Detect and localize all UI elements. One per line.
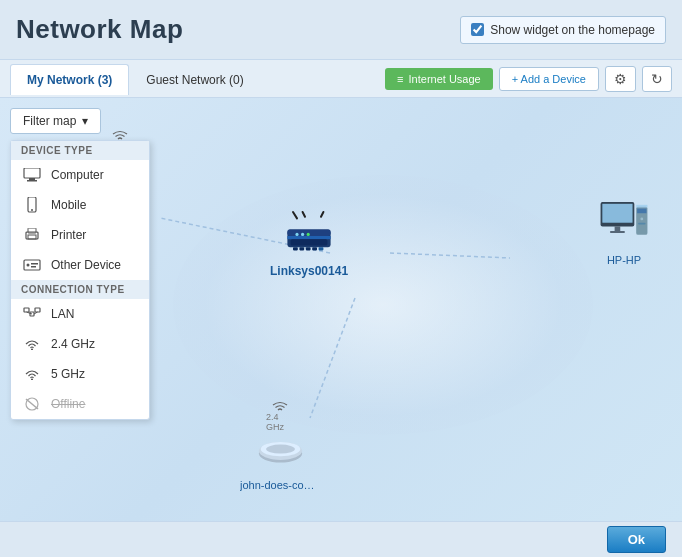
svg-line-26 — [321, 212, 323, 217]
svg-rect-47 — [610, 231, 625, 233]
john-wifi-badge: 2.4 GHz — [266, 401, 294, 432]
hp-node[interactable]: HP-HP — [596, 198, 652, 266]
filter-item-mobile[interactable]: Mobile — [11, 190, 149, 220]
filter-item-computer[interactable]: Computer — [11, 160, 149, 190]
svg-point-32 — [307, 233, 310, 236]
filter-mobile-label: Mobile — [51, 198, 86, 212]
printer-icon — [23, 228, 41, 242]
filter-item-5ghz[interactable]: 5 GHz — [11, 359, 149, 389]
svg-point-56 — [266, 444, 295, 453]
footer: Ok — [0, 521, 682, 557]
svg-rect-51 — [638, 222, 646, 224]
filter-computer-label: Computer — [51, 168, 104, 182]
router-icon — [281, 208, 337, 260]
svg-rect-2 — [27, 180, 37, 182]
filter-printer-label: Printer — [51, 228, 86, 242]
settings-icon-button[interactable]: ⚙ — [605, 66, 636, 92]
tab-actions: ≡ Internet Usage + Add a Device ⚙ ↻ — [385, 66, 672, 92]
svg-rect-10 — [31, 263, 38, 265]
tab-my-network[interactable]: My Network (3) — [10, 64, 129, 95]
wifi-2ghz-icon — [23, 337, 41, 351]
show-widget-checkbox[interactable] — [471, 23, 484, 36]
filter-item-printer[interactable]: Printer — [11, 220, 149, 250]
svg-rect-52 — [636, 204, 647, 207]
tabs-bar: My Network (3) Guest Network (0) ≡ Inter… — [0, 60, 682, 98]
page-title: Network Map — [16, 14, 183, 45]
device-type-header: DEVICE TYPE — [11, 141, 149, 160]
nas-icon: 2.4 GHz — [252, 415, 308, 475]
hp-label: HP-HP — [607, 254, 641, 266]
filter-other-label: Other Device — [51, 258, 121, 272]
svg-rect-1 — [29, 178, 35, 180]
filter-dropdown: DEVICE TYPE Computer Mobile Printer — [10, 140, 150, 420]
ok-button[interactable]: Ok — [607, 526, 666, 553]
network-ellipse — [173, 174, 593, 434]
main-content: Filter map ▾ DEVICE TYPE Computer Mobile — [0, 98, 682, 521]
svg-rect-8 — [24, 260, 40, 270]
filter-offline-label: Offline — [51, 397, 85, 411]
show-widget-text: Show widget on the homepage — [490, 23, 655, 37]
filter-item-offline[interactable]: Offline — [11, 389, 149, 419]
filter-item-other[interactable]: Other Device — [11, 250, 149, 280]
internet-usage-button[interactable]: ≡ Internet Usage — [385, 68, 493, 90]
filter-item-lan[interactable]: LAN — [11, 299, 149, 329]
computer-icon — [23, 168, 41, 182]
filter-5ghz-label: 5 GHz — [51, 367, 85, 381]
router-svg — [281, 204, 337, 264]
svg-rect-33 — [293, 247, 298, 250]
router-node[interactable]: Linksys00141 — [270, 208, 348, 278]
svg-point-17 — [31, 349, 33, 351]
svg-point-4 — [31, 209, 33, 211]
svg-rect-38 — [291, 239, 328, 245]
svg-point-9 — [27, 264, 30, 267]
svg-line-24 — [293, 212, 297, 218]
svg-rect-46 — [615, 226, 621, 231]
svg-rect-49 — [637, 208, 646, 213]
filter-map-button[interactable]: Filter map ▾ — [10, 108, 101, 134]
computer-icon — [596, 198, 652, 250]
svg-rect-36 — [312, 247, 317, 250]
filter-item-2ghz[interactable]: 2.4 GHz — [11, 329, 149, 359]
svg-rect-0 — [24, 168, 40, 178]
svg-rect-14 — [35, 308, 40, 312]
filter-area: Filter map ▾ DEVICE TYPE Computer Mobile — [0, 98, 111, 144]
svg-rect-37 — [319, 247, 324, 250]
lan-icon — [23, 307, 41, 321]
svg-rect-34 — [299, 247, 304, 250]
svg-rect-29 — [287, 236, 330, 239]
header: Network Map Show widget on the homepage — [0, 0, 682, 60]
filter-lan-label: LAN — [51, 307, 74, 321]
mobile-icon — [23, 198, 41, 212]
filter-2ghz-label: 2.4 GHz — [51, 337, 95, 351]
show-widget-control[interactable]: Show widget on the homepage — [460, 16, 666, 44]
add-device-button[interactable]: + Add a Device — [499, 67, 599, 91]
svg-rect-45 — [602, 203, 632, 222]
bar-chart-icon: ≡ — [397, 73, 403, 85]
john-label: john-does-com... — [240, 479, 320, 491]
refresh-icon-button[interactable]: ↻ — [642, 66, 672, 92]
svg-rect-35 — [306, 247, 311, 250]
offline-icon — [23, 397, 41, 411]
john-node[interactable]: 2.4 GHz john-does-com... — [240, 415, 320, 491]
svg-point-18 — [31, 379, 33, 381]
svg-line-25 — [303, 212, 305, 217]
wifi-5ghz-icon — [23, 367, 41, 381]
svg-rect-12 — [24, 308, 29, 312]
connection-type-header: CONNECTION TYPE — [11, 280, 149, 299]
tab-guest-network[interactable]: Guest Network (0) — [129, 64, 260, 95]
other-device-icon — [23, 258, 41, 272]
router-label: Linksys00141 — [270, 264, 348, 278]
chevron-down-icon: ▾ — [82, 114, 88, 128]
svg-rect-11 — [31, 266, 36, 268]
svg-point-30 — [295, 233, 298, 236]
svg-point-50 — [640, 217, 643, 220]
svg-point-31 — [301, 233, 304, 236]
svg-rect-7 — [28, 235, 36, 239]
